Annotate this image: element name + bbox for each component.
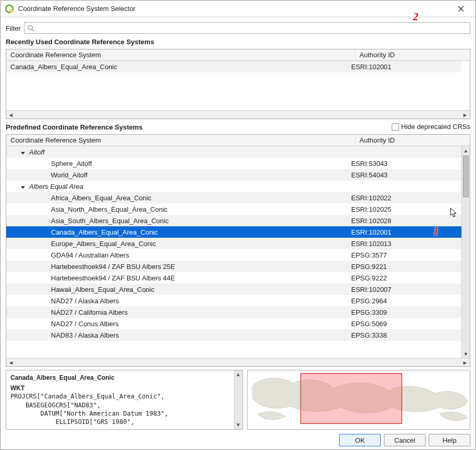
recent-list: Coordinate Reference System Authority ID… <box>6 49 470 119</box>
list-item[interactable]: Sphere_AitoffESRI:53043 <box>6 158 461 169</box>
wkt-line: ELLIPSOID["GRS 1980", <box>10 418 233 426</box>
predef-body[interactable]: ▲ ▼ AitoffSphere_AitoffESRI:53043World_A… <box>6 146 470 358</box>
wkt-line: DATUM["North American Datum 1983", <box>10 409 233 418</box>
list-item[interactable]: Canada_Albers_Equal_Area_Conic ESRI:1020… <box>6 61 461 72</box>
crs-name: Asia_North_Albers_Equal_Area_Conic <box>51 205 168 213</box>
hide-deprecated-checkbox[interactable]: Hide deprecated CRSs <box>392 123 470 131</box>
predef-hscroll[interactable]: ◄ ► <box>6 358 470 366</box>
expander-icon[interactable] <box>21 148 27 156</box>
filter-label: Filter <box>6 24 21 32</box>
window-title: Coordinate Reference System Selector <box>18 5 451 12</box>
authority-id: EPSG:2964 <box>347 295 461 306</box>
crs-group-row[interactable]: Albers Equal Area <box>6 181 461 192</box>
qgis-icon <box>5 4 14 14</box>
callout-one: 1 <box>433 225 439 237</box>
col-header-crs[interactable]: Coordinate Reference System <box>6 135 355 146</box>
list-item[interactable]: NAD27 / Conus AlbersEPSG:5069 <box>6 318 461 329</box>
authority-id: EPSG:3309 <box>347 307 461 318</box>
scroll-thumb[interactable] <box>463 156 469 197</box>
authority-id: ESRI:54043 <box>347 170 461 181</box>
list-item[interactable]: Hawaii_Albers_Equal_Area_ConicESRI:10200… <box>6 284 461 295</box>
authority-id: EPSG:3577 <box>347 250 461 261</box>
checkbox-icon <box>392 123 399 131</box>
crs-name: Hartebeesthoek94 / ZAF BSU Albers 25E <box>51 263 175 271</box>
list-item[interactable]: NAD83 / Alaska AlbersEPSG:3338 <box>6 329 461 341</box>
close-icon <box>458 6 464 12</box>
help-button[interactable]: Help <box>429 434 470 446</box>
crs-name: Africa_Albers_Equal_Area_Conic <box>51 194 151 202</box>
predef-vscroll[interactable]: ▲ ▼ <box>461 146 470 358</box>
crs-name: NAD27 / Alaska Albers <box>51 297 119 305</box>
scroll-down-icon[interactable]: ▼ <box>462 350 470 358</box>
titlebar: Coordinate Reference System Selector <box>1 1 475 17</box>
list-item[interactable]: GDA94 / Australian AlbersEPSG:3577 <box>6 249 461 261</box>
crs-name: GDA94 / Australian Albers <box>51 251 129 259</box>
crs-name: Aitoff <box>29 148 45 156</box>
cancel-button[interactable]: Cancel <box>384 434 426 446</box>
wkt-vscroll[interactable]: ▲ ▼ <box>234 370 242 429</box>
crs-name: Asia_South_Albers_Equal_Area_Conic <box>51 217 169 225</box>
recent-item-auth: ESRI:102001 <box>347 61 461 72</box>
filter-row: Filter <box>6 22 470 34</box>
crs-name: Sphere_Aitoff <box>51 160 92 168</box>
authority-id: EPSG:9221 <box>347 261 461 272</box>
authority-id <box>347 185 461 188</box>
col-header-crs[interactable]: Coordinate Reference System <box>6 49 355 60</box>
map-preview-pane[interactable] <box>247 370 471 430</box>
list-item[interactable]: NAD27 / California AlbersEPSG:3309 <box>6 306 461 318</box>
list-item[interactable]: NAD27 / Alaska AlbersEPSG:2964 <box>6 295 461 306</box>
scroll-up-icon[interactable]: ▲ <box>235 370 242 379</box>
authority-id: ESRI:102007 <box>347 284 461 295</box>
authority-id: ESRI:102025 <box>347 204 461 215</box>
scroll-down-icon[interactable]: ▼ <box>235 421 242 429</box>
authority-id: ESRI:102028 <box>347 215 461 226</box>
world-map-icon <box>248 370 470 429</box>
list-item[interactable]: Africa_Albers_Equal_Area_ConicESRI:10202… <box>6 192 461 203</box>
predef-header: Coordinate Reference System Authority ID <box>6 135 470 146</box>
wkt-crs-name: Canada_Albers_Equal_Area_Conic <box>10 374 233 382</box>
list-item[interactable]: Asia_South_Albers_Equal_Area_ConicESRI:1… <box>6 215 461 226</box>
crs-name: Hawaii_Albers_Equal_Area_Conic <box>51 286 155 293</box>
wkt-label: WKT <box>10 384 233 392</box>
recent-header: Coordinate Reference System Authority ID <box>6 49 470 61</box>
wkt-pane[interactable]: Canada_Albers_Equal_Area_Conic WKT PROJC… <box>6 370 243 430</box>
authority-id <box>347 150 461 153</box>
scroll-right-icon[interactable]: ► <box>461 359 469 366</box>
list-item[interactable]: World_AitoffESRI:54043 <box>6 169 461 181</box>
list-item[interactable]: Europe_Albers_Equal_Area_ConicESRI:10201… <box>6 238 461 249</box>
scroll-up-icon[interactable]: ▲ <box>462 146 470 155</box>
list-item[interactable]: Hartebeesthoek94 / ZAF BSU Albers 44EEPS… <box>6 272 461 284</box>
col-header-auth[interactable]: Authority ID <box>355 135 470 146</box>
hide-deprecated-label: Hide deprecated CRSs <box>401 123 470 131</box>
list-item[interactable]: Asia_North_Albers_Equal_Area_ConicESRI:1… <box>6 203 461 215</box>
button-row: OK Cancel Help <box>6 433 470 446</box>
authority-id: ESRI:102001 <box>347 227 461 238</box>
list-item[interactable]: Canada_Albers_Equal_Area_ConicESRI:10200… <box>6 226 461 238</box>
crs-name: World_Aitoff <box>51 171 87 179</box>
predef-list: Coordinate Reference System Authority ID… <box>6 134 470 367</box>
crs-group-row[interactable]: Aitoff <box>6 146 461 158</box>
col-header-auth[interactable]: Authority ID <box>355 49 470 60</box>
crs-name: Europe_Albers_Equal_Area_Conic <box>51 240 156 248</box>
recent-section-title: Recently Used Coordinate Reference Syste… <box>6 38 470 46</box>
authority-id: EPSG:9222 <box>347 273 461 284</box>
close-button[interactable] <box>451 2 471 16</box>
ok-button[interactable]: OK <box>339 434 381 446</box>
wkt-line: BASEGEOGCRS["NAD83", <box>10 401 233 409</box>
crs-name: NAD27 / California Albers <box>51 308 127 316</box>
scroll-left-icon[interactable]: ◄ <box>7 359 15 366</box>
recent-hscroll[interactable]: ◄ ► <box>6 110 470 119</box>
authority-id: ESRI:102013 <box>347 238 461 249</box>
recent-body: Canada_Albers_Equal_Area_Conic ESRI:1020… <box>6 61 470 110</box>
list-item[interactable]: Hartebeesthoek94 / ZAF BSU Albers 25EEPS… <box>6 261 461 272</box>
dialog-body: Filter Recently Used Coordinate Referenc… <box>1 17 475 449</box>
filter-input[interactable] <box>24 22 470 34</box>
scroll-left-icon[interactable]: ◄ <box>7 111 15 119</box>
scroll-right-icon[interactable]: ► <box>461 111 469 119</box>
expander-icon[interactable] <box>21 183 27 190</box>
crs-extent-box <box>301 374 402 423</box>
crs-name: Albers Equal Area <box>29 183 83 190</box>
crs-name: NAD27 / Conus Albers <box>51 320 119 328</box>
authority-id: ESRI:102022 <box>347 192 461 203</box>
predef-section-row: Predefined Coordinate Reference Systems … <box>6 122 470 131</box>
